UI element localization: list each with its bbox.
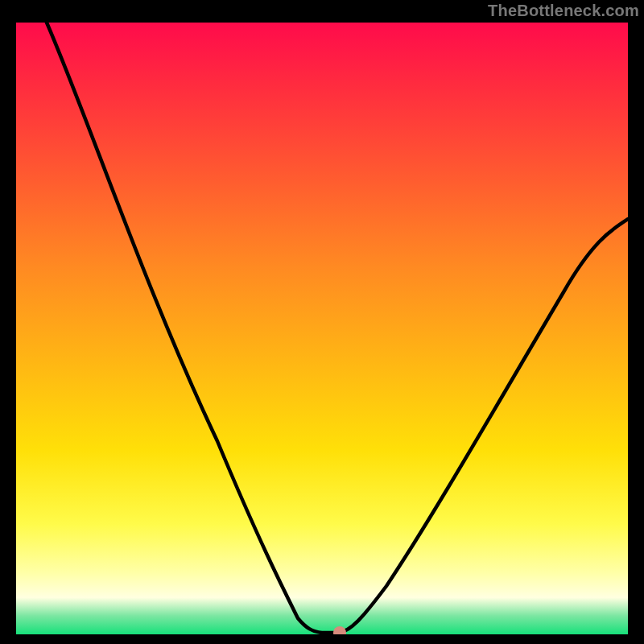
chart-frame: TheBottleneck.com [0,0,644,644]
curve-path [47,23,628,633]
watermark-text: TheBottleneck.com [488,2,639,20]
plot-area [16,23,628,634]
bottleneck-curve [16,23,628,634]
optimal-point-marker [333,626,346,634]
